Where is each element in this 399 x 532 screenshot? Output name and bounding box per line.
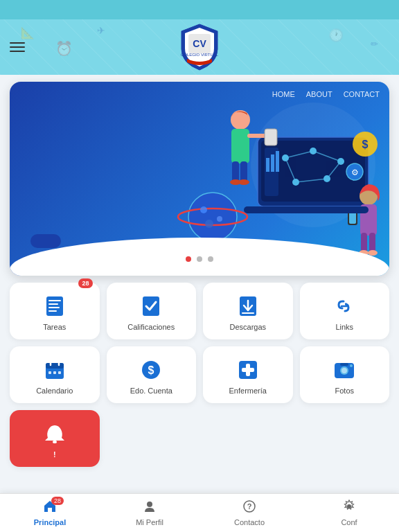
svg-point-41 <box>188 193 237 241</box>
svg-rect-26 <box>232 161 239 182</box>
svg-point-71 <box>350 364 353 367</box>
icon-img-descargas <box>236 294 260 319</box>
svg-rect-19 <box>276 151 279 172</box>
icon-card-calendario[interactable]: Calendario <box>10 346 100 403</box>
svg-point-69 <box>342 368 347 373</box>
svg-text:⚙: ⚙ <box>351 168 359 177</box>
nav-item-contacto[interactable]: ?Contacto <box>200 494 299 532</box>
icon-card-edoCuenta[interactable]: $Edo. Cuenta <box>107 346 197 403</box>
icon-label-links: Links <box>335 323 353 331</box>
status-bar <box>0 0 399 19</box>
doodle-pencil: ✏ <box>371 39 378 49</box>
svg-rect-48 <box>48 303 58 305</box>
dot-1[interactable] <box>186 256 191 262</box>
svg-point-44 <box>217 216 222 222</box>
svg-rect-18 <box>271 154 274 172</box>
icon-label-enfermeria: Enfermería <box>229 387 267 395</box>
nav-contact[interactable]: CONTACT <box>344 90 380 98</box>
bottom-nav: 28PrincipalMi Perfil?ContactoConf <box>0 493 399 532</box>
svg-rect-70 <box>340 363 348 366</box>
nav-icon-conf <box>342 499 356 517</box>
svg-text:COLEGIO VIRTUAL: COLEGIO VIRTUAL <box>181 53 219 57</box>
icon-label-descargas: Descargas <box>229 323 266 331</box>
icon-img-calendario <box>42 357 67 382</box>
icon-label-calificaciones: Calificaciones <box>127 323 175 331</box>
svg-rect-49 <box>48 307 60 308</box>
nav-about[interactable]: ABOUT <box>306 90 332 98</box>
svg-rect-40 <box>244 206 369 213</box>
svg-point-43 <box>200 206 207 213</box>
icon-label-notif: ! <box>53 450 56 459</box>
svg-rect-66 <box>242 368 254 372</box>
icon-img-enfermeria <box>236 357 260 382</box>
icon-img-links <box>332 294 357 319</box>
icon-card-descargas[interactable]: Descargas <box>203 283 293 339</box>
icon-img-tareas <box>42 294 67 319</box>
svg-point-73 <box>147 502 152 507</box>
icon-card-enfermeria[interactable]: Enfermería <box>203 346 293 403</box>
svg-rect-31 <box>265 129 277 145</box>
doodle-plane: ✈ <box>97 25 105 36</box>
nav-label-contacto: Contacto <box>234 518 265 526</box>
logo: CV COLEGIO VIRTUAL <box>179 23 220 71</box>
svg-rect-56 <box>46 363 64 369</box>
nav-item-principal[interactable]: 28Principal <box>0 494 100 532</box>
svg-point-45 <box>205 220 213 228</box>
nav-icon-miPerfil <box>143 499 157 517</box>
icon-img-edoCuenta: $ <box>139 357 163 382</box>
icon-label-tareas: Tareas <box>43 323 66 331</box>
nav-icon-contacto: ? <box>242 499 256 517</box>
carousel-dots <box>186 256 213 262</box>
hamburger-menu[interactable] <box>10 42 25 52</box>
icon-img-fotos <box>332 357 357 382</box>
svg-point-24 <box>231 110 250 130</box>
header: 📐 ⏰ ✈ 🕐 ✏ CV COLEGIO VIRTUAL <box>0 19 399 75</box>
icon-label-fotos: Fotos <box>335 387 354 395</box>
dot-3[interactable] <box>208 256 213 262</box>
svg-text:$: $ <box>362 139 369 150</box>
doodle-clock: ⏰ <box>55 40 73 57</box>
svg-rect-61 <box>58 371 61 374</box>
svg-rect-47 <box>48 300 61 301</box>
badge-tareas: 28 <box>78 278 92 288</box>
nav-item-miPerfil[interactable]: Mi Perfil <box>100 494 200 532</box>
carousel-nav: HOME ABOUT CONTACT <box>272 90 380 98</box>
icon-card-calificaciones[interactable]: Calificaciones <box>107 283 197 339</box>
svg-rect-17 <box>266 158 269 172</box>
carousel-content <box>30 224 61 248</box>
nav-label-principal: Principal <box>34 518 66 526</box>
icon-card-links[interactable]: Links <box>300 283 390 339</box>
svg-rect-60 <box>53 371 56 374</box>
icons-grid: 28TareasCalificacionesDescargasLinksCale… <box>0 283 399 467</box>
dot-2[interactable] <box>197 256 202 262</box>
svg-rect-25 <box>231 129 249 163</box>
icon-img-calificaciones <box>139 294 163 319</box>
svg-text:CV: CV <box>193 38 206 49</box>
icon-card-fotos[interactable]: Fotos <box>300 346 390 403</box>
icon-label-calendario: Calendario <box>36 387 73 395</box>
icon-img-notif <box>42 421 67 446</box>
svg-rect-50 <box>48 310 57 312</box>
nav-item-conf[interactable]: Conf <box>299 494 399 532</box>
svg-rect-72 <box>53 441 57 443</box>
svg-point-29 <box>238 179 249 185</box>
doodle-ruler: 📐 <box>21 26 35 39</box>
svg-rect-59 <box>48 371 51 374</box>
icon-label-edoCuenta: Edo. Cuenta <box>130 387 172 395</box>
nav-label-conf: Conf <box>341 518 357 526</box>
doodle-clock2: 🕐 <box>328 28 344 43</box>
icon-card-notif[interactable]: ! <box>10 410 100 467</box>
svg-rect-46 <box>46 296 63 316</box>
svg-text:$: $ <box>148 364 154 376</box>
icon-card-tareas[interactable]: 28Tareas <box>10 283 100 339</box>
svg-rect-27 <box>240 161 247 182</box>
nav-badge-principal: 28 <box>51 497 64 505</box>
try-it-now-button[interactable] <box>30 234 61 248</box>
nav-label-miPerfil: Mi Perfil <box>136 518 163 526</box>
svg-rect-35 <box>369 233 375 252</box>
nav-home[interactable]: HOME <box>272 90 295 98</box>
svg-rect-34 <box>361 233 367 252</box>
carousel: HOME ABOUT CONTACT $ ⚙ <box>10 82 389 276</box>
svg-text:?: ? <box>247 502 252 511</box>
